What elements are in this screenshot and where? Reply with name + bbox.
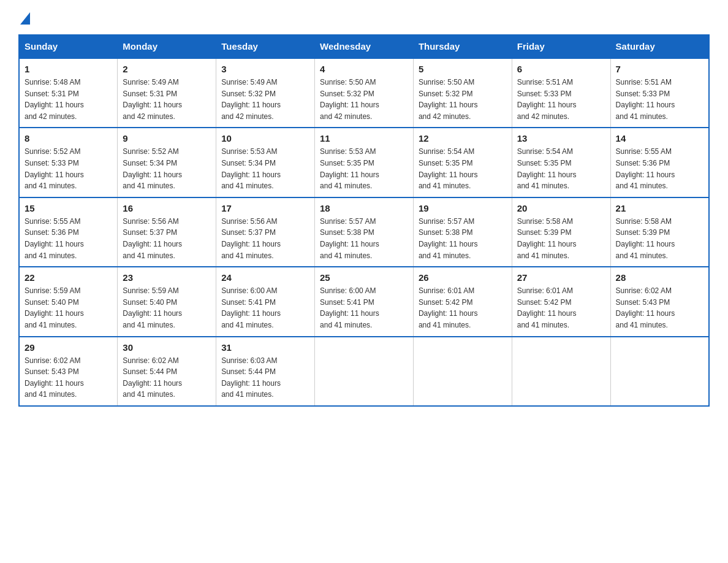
calendar-cell: [512, 337, 610, 406]
day-number: 17: [221, 203, 309, 213]
calendar-cell: 12 Sunrise: 5:54 AMSunset: 5:35 PMDaylig…: [413, 128, 512, 197]
weekday-header-saturday: Saturday: [610, 35, 709, 59]
day-number: 5: [419, 64, 507, 74]
calendar-cell: 14 Sunrise: 5:55 AMSunset: 5:36 PMDaylig…: [610, 128, 709, 197]
calendar-cell: 13 Sunrise: 5:54 AMSunset: 5:35 PMDaylig…: [512, 128, 610, 197]
day-number: 28: [616, 272, 703, 283]
day-info: Sunrise: 5:56 AMSunset: 5:37 PMDaylight:…: [123, 217, 182, 260]
weekday-header-thursday: Thursday: [413, 35, 512, 59]
weekday-header-friday: Friday: [512, 35, 610, 59]
page-header: [18, 12, 710, 28]
weekday-header-sunday: Sunday: [19, 35, 118, 59]
day-info: Sunrise: 5:48 AMSunset: 5:31 PMDaylight:…: [25, 78, 84, 121]
logo-triangle-icon: [20, 12, 30, 27]
day-info: Sunrise: 6:01 AMSunset: 5:42 PMDaylight:…: [517, 286, 577, 329]
weekday-header-wednesday: Wednesday: [315, 35, 414, 59]
calendar-cell: 6 Sunrise: 5:51 AMSunset: 5:33 PMDayligh…: [512, 58, 610, 128]
calendar-cell: 9 Sunrise: 5:52 AMSunset: 5:34 PMDayligh…: [118, 128, 216, 197]
calendar-cell: 18 Sunrise: 5:57 AMSunset: 5:38 PMDaylig…: [315, 197, 414, 267]
calendar-cell: 7 Sunrise: 5:51 AMSunset: 5:33 PMDayligh…: [610, 58, 709, 128]
calendar-cell: 23 Sunrise: 5:59 AMSunset: 5:40 PMDaylig…: [118, 267, 216, 336]
calendar-table: SundayMondayTuesdayWednesdayThursdayFrid…: [18, 34, 710, 407]
calendar-cell: 31 Sunrise: 6:03 AMSunset: 5:44 PMDaylig…: [216, 337, 315, 406]
day-number: 12: [419, 133, 507, 144]
day-number: 20: [517, 203, 605, 213]
day-info: Sunrise: 5:53 AMSunset: 5:34 PMDaylight:…: [221, 147, 281, 190]
day-info: Sunrise: 5:50 AMSunset: 5:32 PMDaylight:…: [320, 78, 379, 121]
day-info: Sunrise: 6:01 AMSunset: 5:42 PMDaylight:…: [419, 286, 478, 329]
calendar-week-row: 22 Sunrise: 5:59 AMSunset: 5:40 PMDaylig…: [19, 267, 709, 336]
calendar-cell: 27 Sunrise: 6:01 AMSunset: 5:42 PMDaylig…: [512, 267, 610, 336]
calendar-cell: 21 Sunrise: 5:58 AMSunset: 5:39 PMDaylig…: [610, 197, 709, 267]
calendar-cell: 10 Sunrise: 5:53 AMSunset: 5:34 PMDaylig…: [216, 128, 315, 197]
calendar-cell: [413, 337, 512, 406]
day-number: 16: [123, 203, 211, 213]
day-number: 24: [221, 272, 309, 283]
day-info: Sunrise: 6:00 AMSunset: 5:41 PMDaylight:…: [221, 286, 281, 329]
day-info: Sunrise: 5:55 AMSunset: 5:36 PMDaylight:…: [25, 217, 84, 260]
day-number: 9: [123, 133, 211, 144]
day-number: 4: [320, 64, 408, 74]
day-info: Sunrise: 5:49 AMSunset: 5:31 PMDaylight:…: [123, 78, 182, 121]
day-info: Sunrise: 5:51 AMSunset: 5:33 PMDaylight:…: [517, 78, 577, 121]
calendar-week-row: 8 Sunrise: 5:52 AMSunset: 5:33 PMDayligh…: [19, 128, 709, 197]
day-number: 23: [123, 272, 211, 283]
day-number: 27: [517, 272, 605, 283]
calendar-cell: 26 Sunrise: 6:01 AMSunset: 5:42 PMDaylig…: [413, 267, 512, 336]
day-number: 31: [221, 342, 309, 353]
day-number: 30: [123, 342, 211, 353]
day-info: Sunrise: 5:50 AMSunset: 5:32 PMDaylight:…: [419, 78, 478, 121]
day-info: Sunrise: 5:52 AMSunset: 5:33 PMDaylight:…: [25, 147, 84, 190]
day-info: Sunrise: 5:57 AMSunset: 5:38 PMDaylight:…: [419, 217, 478, 260]
day-number: 7: [616, 64, 703, 74]
calendar-cell: 19 Sunrise: 5:57 AMSunset: 5:38 PMDaylig…: [413, 197, 512, 267]
day-number: 6: [517, 64, 605, 74]
day-info: Sunrise: 5:58 AMSunset: 5:39 PMDaylight:…: [616, 217, 675, 260]
day-info: Sunrise: 6:00 AMSunset: 5:41 PMDaylight:…: [320, 286, 379, 329]
day-info: Sunrise: 5:54 AMSunset: 5:35 PMDaylight:…: [517, 147, 577, 190]
calendar-cell: 11 Sunrise: 5:53 AMSunset: 5:35 PMDaylig…: [315, 128, 414, 197]
calendar-cell: 29 Sunrise: 6:02 AMSunset: 5:43 PMDaylig…: [19, 337, 118, 406]
calendar-cell: 22 Sunrise: 5:59 AMSunset: 5:40 PMDaylig…: [19, 267, 118, 336]
calendar-cell: 20 Sunrise: 5:58 AMSunset: 5:39 PMDaylig…: [512, 197, 610, 267]
day-number: 15: [25, 203, 112, 213]
day-number: 14: [616, 133, 703, 144]
calendar-header-row: SundayMondayTuesdayWednesdayThursdayFrid…: [19, 35, 709, 59]
day-info: Sunrise: 5:51 AMSunset: 5:33 PMDaylight:…: [616, 78, 675, 121]
weekday-header-monday: Monday: [118, 35, 216, 59]
calendar-cell: 2 Sunrise: 5:49 AMSunset: 5:31 PMDayligh…: [118, 58, 216, 128]
day-number: 10: [221, 133, 309, 144]
calendar-cell: 28 Sunrise: 6:02 AMSunset: 5:43 PMDaylig…: [610, 267, 709, 336]
day-number: 18: [320, 203, 408, 213]
day-number: 13: [517, 133, 605, 144]
calendar-cell: 16 Sunrise: 5:56 AMSunset: 5:37 PMDaylig…: [118, 197, 216, 267]
day-info: Sunrise: 6:03 AMSunset: 5:44 PMDaylight:…: [221, 356, 281, 399]
day-info: Sunrise: 5:59 AMSunset: 5:40 PMDaylight:…: [25, 286, 84, 329]
day-number: 2: [123, 64, 211, 74]
calendar-cell: 8 Sunrise: 5:52 AMSunset: 5:33 PMDayligh…: [19, 128, 118, 197]
day-info: Sunrise: 5:53 AMSunset: 5:35 PMDaylight:…: [320, 147, 379, 190]
day-number: 8: [25, 133, 112, 144]
calendar-cell: 15 Sunrise: 5:55 AMSunset: 5:36 PMDaylig…: [19, 197, 118, 267]
calendar-cell: [315, 337, 414, 406]
day-info: Sunrise: 5:55 AMSunset: 5:36 PMDaylight:…: [616, 147, 675, 190]
calendar-week-row: 29 Sunrise: 6:02 AMSunset: 5:43 PMDaylig…: [19, 337, 709, 406]
day-number: 29: [25, 342, 112, 353]
calendar-cell: 25 Sunrise: 6:00 AMSunset: 5:41 PMDaylig…: [315, 267, 414, 336]
day-number: 1: [25, 64, 112, 74]
day-info: Sunrise: 5:49 AMSunset: 5:32 PMDaylight:…: [221, 78, 281, 121]
calendar-cell: 24 Sunrise: 6:00 AMSunset: 5:41 PMDaylig…: [216, 267, 315, 336]
weekday-header-tuesday: Tuesday: [216, 35, 315, 59]
day-info: Sunrise: 5:58 AMSunset: 5:39 PMDaylight:…: [517, 217, 577, 260]
day-number: 25: [320, 272, 408, 283]
day-number: 21: [616, 203, 703, 213]
calendar-cell: 4 Sunrise: 5:50 AMSunset: 5:32 PMDayligh…: [315, 58, 414, 128]
day-info: Sunrise: 5:59 AMSunset: 5:40 PMDaylight:…: [123, 286, 182, 329]
calendar-week-row: 15 Sunrise: 5:55 AMSunset: 5:36 PMDaylig…: [19, 197, 709, 267]
calendar-cell: 1 Sunrise: 5:48 AMSunset: 5:31 PMDayligh…: [19, 58, 118, 128]
day-info: Sunrise: 5:56 AMSunset: 5:37 PMDaylight:…: [221, 217, 281, 260]
day-number: 11: [320, 133, 408, 144]
calendar-cell: 5 Sunrise: 5:50 AMSunset: 5:32 PMDayligh…: [413, 58, 512, 128]
day-info: Sunrise: 5:52 AMSunset: 5:34 PMDaylight:…: [123, 147, 182, 190]
calendar-cell: 17 Sunrise: 5:56 AMSunset: 5:37 PMDaylig…: [216, 197, 315, 267]
